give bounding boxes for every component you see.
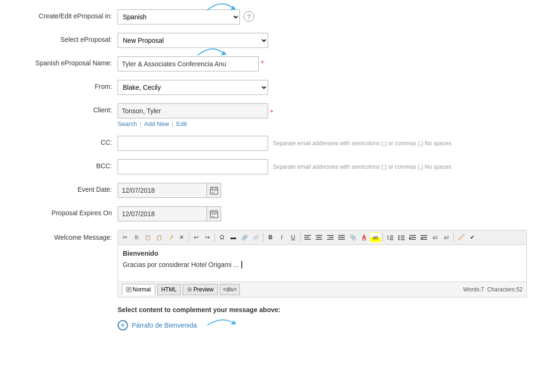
arrow-annotation-name — [193, 46, 230, 59]
proposal-wrap: New Proposal Existing Proposal — [118, 33, 526, 48]
welcome-message-label: Welcome Message: — [14, 230, 118, 241]
spanish-name-input[interactable] — [118, 56, 259, 71]
toolbar-paste2-btn[interactable]: 📝 — [165, 232, 175, 243]
toolbar-paste-plain-btn[interactable]: 📋 — [154, 232, 164, 243]
toolbar-paste-word-btn[interactable]: 📋 — [143, 232, 153, 243]
create-edit-row: Create/Edit eProposal in: Spanish Englis… — [14, 9, 526, 24]
editor-preview-tab[interactable]: Preview — [183, 284, 218, 295]
svg-rect-10 — [214, 192, 214, 193]
proposal-expires-input[interactable] — [118, 206, 207, 221]
align-center-icon — [316, 235, 322, 240]
toolbar-copy-btn[interactable]: ⎘ — [131, 232, 142, 243]
language-wrap: Spanish English French ? — [118, 9, 526, 24]
svg-rect-15 — [212, 214, 213, 215]
toolbar-ul-btn[interactable] — [396, 232, 406, 243]
svg-point-37 — [398, 237, 400, 239]
toolbar-link-btn[interactable]: 🔗 — [239, 232, 250, 243]
toolbar-spellcheck-btn[interactable]: ✔ — [467, 232, 477, 243]
add-icon[interactable]: + — [118, 320, 128, 330]
event-date-row: Event Date: — [14, 183, 526, 198]
proposal-expires-row: Proposal Expires On — [14, 206, 526, 221]
toolbar-align-left-btn[interactable] — [302, 232, 313, 243]
toolbar-paperclip-btn[interactable]: 📎 — [348, 232, 358, 243]
event-date-label: Event Date: — [14, 183, 118, 193]
editor-html-tab[interactable]: HTML — [157, 284, 181, 295]
edit-link[interactable]: Edit — [176, 120, 187, 127]
add-item-link[interactable]: Párrafo de Bienvenida — [132, 321, 197, 329]
sep2: | — [172, 120, 173, 127]
toolbar-indent-btn[interactable] — [407, 232, 418, 243]
proposal-expires-calendar-btn[interactable] — [207, 206, 221, 221]
proposal-expires-label: Proposal Expires On — [14, 206, 118, 217]
sep-toolbar-2 — [214, 233, 215, 242]
sep-toolbar-4 — [300, 233, 301, 242]
svg-marker-56 — [231, 321, 237, 325]
select-proposal-label: Select eProposal: — [14, 33, 118, 43]
required-star-client: * — [270, 106, 273, 116]
cc-wrap: Separate email addresses with semicolons… — [118, 136, 526, 151]
svg-rect-19 — [214, 216, 214, 217]
calendar-icon — [210, 186, 218, 195]
editor-mode-tabs: Normal HTML Preview <div> — [122, 284, 240, 295]
svg-rect-18 — [212, 216, 213, 217]
normal-icon — [126, 287, 132, 292]
toolbar-block-btn[interactable]: ▬ — [228, 232, 238, 243]
toolbar-redo-btn[interactable]: ↪ — [202, 232, 213, 243]
bcc-row: BCC: Separate email addresses with semic… — [14, 159, 526, 174]
client-sub-links: Search | Add New | Edit — [118, 120, 187, 127]
toolbar-align-center-btn[interactable] — [314, 232, 324, 243]
ul-icon — [398, 235, 405, 240]
select-content-label: Select content to complement your messag… — [118, 306, 526, 314]
sep-toolbar-3 — [263, 233, 263, 242]
cc-row: CC: Separate email addresses with semico… — [14, 136, 526, 151]
svg-rect-16 — [214, 214, 214, 215]
toolbar-subscript-btn[interactable]: x2 — [430, 232, 440, 243]
toolbar-bg-color-btn[interactable]: ab — [370, 232, 381, 243]
toolbar-underline-btn[interactable]: U — [288, 232, 298, 243]
toolbar-superscript-btn[interactable]: x2 — [441, 232, 452, 243]
toolbar-outdent-btn[interactable] — [419, 232, 429, 243]
arrow-annotation-add — [203, 318, 240, 332]
toolbar-align-full-btn[interactable] — [336, 232, 347, 243]
editor-area[interactable]: Bienvenido Gracias por considerar Hotel … — [118, 244, 527, 282]
from-select[interactable]: Blake, Cecily — [118, 80, 268, 95]
select-content-row: Select content to complement your messag… — [118, 306, 526, 332]
svg-point-55 — [189, 289, 191, 290]
search-link[interactable]: Search — [118, 120, 137, 127]
sep-toolbar-6 — [453, 233, 454, 242]
toolbar-special-char-btn[interactable]: Ω — [217, 232, 227, 243]
toolbar-italic-btn[interactable]: I — [277, 232, 287, 243]
toolbar-bold-btn[interactable]: B — [265, 232, 276, 243]
help-icon[interactable]: ? — [244, 11, 254, 22]
toolbar-unlink-btn[interactable]: 🔗 — [251, 232, 261, 243]
event-date-input[interactable] — [118, 183, 207, 198]
from-row: From: Blake, Cecily — [14, 80, 526, 95]
svg-rect-8 — [215, 190, 216, 191]
svg-rect-7 — [214, 190, 214, 191]
cc-input[interactable] — [118, 136, 268, 151]
editor-normal-tab[interactable]: Normal — [122, 284, 155, 295]
welcome-message-row: Welcome Message: ✂ ⎘ 📋 📋 📝 ✕ ↩ ↪ Ω ▬ 🔗 🔗… — [14, 230, 526, 298]
add-new-link[interactable]: Add New — [144, 120, 169, 127]
client-input[interactable] — [118, 103, 268, 118]
toolbar-undo-btn[interactable]: ↩ — [191, 232, 201, 243]
cc-hint: Separate email addresses with semicolons… — [273, 136, 451, 148]
bcc-input[interactable] — [118, 159, 268, 174]
ol-icon: 1. — [387, 235, 393, 240]
toolbar-cut-btn[interactable]: ✂ — [120, 232, 130, 243]
select-proposal-row: Select eProposal: New Proposal Existing … — [14, 33, 526, 48]
toolbar-clean-btn[interactable]: 🧹 — [456, 232, 466, 243]
arrow-annotation — [202, 1, 240, 15]
bcc-label: BCC: — [14, 159, 118, 170]
toolbar-delete-btn[interactable]: ✕ — [176, 232, 187, 243]
editor-div-tag: <div> — [220, 284, 240, 295]
toolbar-font-color-btn[interactable]: A — [359, 232, 369, 243]
align-left-icon — [304, 235, 311, 240]
bcc-wrap: Separate email addresses with semicolons… — [118, 159, 526, 174]
toolbar-ol-btn[interactable]: 1. — [385, 232, 395, 243]
event-date-calendar-btn[interactable] — [207, 183, 221, 198]
editor-content-bold: Bienvenido — [123, 250, 522, 257]
toolbar-align-right-btn[interactable] — [325, 232, 335, 243]
svg-point-38 — [398, 239, 400, 241]
add-item-row: + Párrafo de Bienvenida — [118, 318, 526, 332]
